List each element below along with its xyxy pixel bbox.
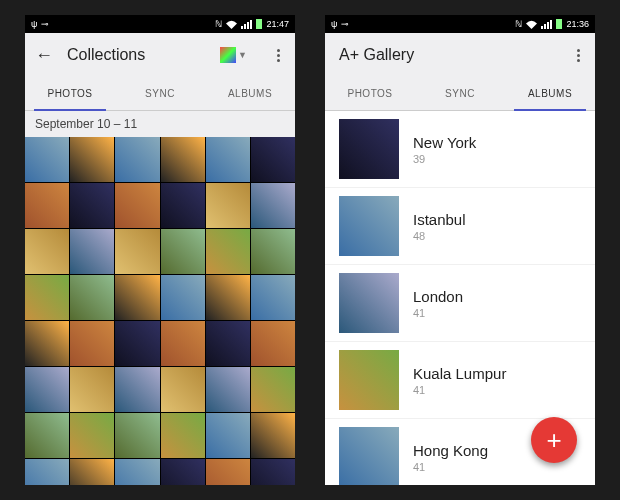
album-row[interactable]: New York39	[325, 111, 595, 188]
photo-thumb[interactable]	[70, 137, 114, 182]
photo-thumb[interactable]	[206, 275, 250, 320]
album-count: 41	[413, 384, 506, 396]
tab-sync[interactable]: SYNC	[415, 77, 505, 110]
album-thumb	[339, 350, 399, 410]
photo-thumb[interactable]	[25, 413, 69, 458]
status-right: ℕ 21:47	[215, 19, 289, 29]
tab-albums[interactable]: ALBUMS	[205, 77, 295, 110]
signal-icon	[241, 20, 252, 29]
tab-sync[interactable]: SYNC	[115, 77, 205, 110]
photo-thumb[interactable]	[206, 413, 250, 458]
battery-icon	[256, 19, 262, 29]
photo-thumb[interactable]	[251, 321, 295, 366]
phone-right: ψ ⊸ ℕ 21:36 A+ Gallery PHOTOS SYNC ALBUM…	[325, 15, 595, 485]
key-icon: ⊸	[41, 19, 49, 29]
photo-thumb[interactable]	[251, 183, 295, 228]
status-bar: ψ ⊸ ℕ 21:47	[25, 15, 295, 33]
album-info: New York39	[413, 134, 476, 165]
photo-thumb[interactable]	[161, 229, 205, 274]
photo-thumb[interactable]	[70, 413, 114, 458]
photo-thumb[interactable]	[25, 137, 69, 182]
photo-thumb[interactable]	[206, 459, 250, 485]
photo-thumb[interactable]	[251, 367, 295, 412]
wifi-icon	[226, 20, 237, 29]
fab-add-button[interactable]: +	[531, 417, 577, 463]
phone-left: ψ ⊸ ℕ 21:47 ← Collections ▼ PHOTOS SYNC …	[25, 15, 295, 485]
date-range-header: September 10 – 11	[25, 111, 295, 137]
tab-photos[interactable]: PHOTOS	[325, 77, 415, 110]
photo-thumb[interactable]	[115, 367, 159, 412]
photo-thumb[interactable]	[161, 321, 205, 366]
photo-thumb[interactable]	[25, 275, 69, 320]
photo-thumb[interactable]	[115, 183, 159, 228]
photo-thumb[interactable]	[161, 137, 205, 182]
photo-thumb[interactable]	[206, 229, 250, 274]
status-right: ℕ 21:36	[515, 19, 589, 29]
nfc-icon: ℕ	[215, 19, 222, 29]
status-bar: ψ ⊸ ℕ 21:36	[325, 15, 595, 33]
photo-thumb[interactable]	[115, 137, 159, 182]
status-time: 21:47	[266, 19, 289, 29]
photo-thumb[interactable]	[115, 229, 159, 274]
album-row[interactable]: London41	[325, 265, 595, 342]
photo-thumb[interactable]	[206, 137, 250, 182]
photo-thumb[interactable]	[25, 183, 69, 228]
photo-thumb[interactable]	[251, 459, 295, 485]
photo-thumb[interactable]	[25, 321, 69, 366]
photo-thumb[interactable]	[25, 459, 69, 485]
photo-thumb[interactable]	[70, 459, 114, 485]
photo-thumb[interactable]	[70, 183, 114, 228]
photo-thumb[interactable]	[251, 413, 295, 458]
more-menu-icon[interactable]	[571, 49, 585, 62]
wifi-icon	[526, 20, 537, 29]
photo-thumb[interactable]	[115, 459, 159, 485]
photo-thumb[interactable]	[251, 137, 295, 182]
photo-thumb[interactable]	[70, 275, 114, 320]
back-icon[interactable]: ←	[35, 45, 53, 66]
photo-thumb[interactable]	[161, 367, 205, 412]
app-title: A+ Gallery	[339, 46, 414, 64]
photo-thumb[interactable]	[115, 275, 159, 320]
photo-thumb[interactable]	[25, 367, 69, 412]
photo-thumb[interactable]	[161, 275, 205, 320]
album-count: 48	[413, 230, 466, 242]
photo-thumb[interactable]	[206, 367, 250, 412]
photo-thumb[interactable]	[70, 229, 114, 274]
album-thumb	[339, 119, 399, 179]
photo-grid[interactable]	[25, 137, 295, 485]
photo-thumb[interactable]	[70, 321, 114, 366]
album-thumb	[339, 196, 399, 256]
tabs: PHOTOS SYNC ALBUMS	[25, 77, 295, 111]
photo-thumb[interactable]	[251, 275, 295, 320]
photo-thumb[interactable]	[206, 321, 250, 366]
psi-icon: ψ	[31, 19, 37, 29]
photo-thumb[interactable]	[161, 183, 205, 228]
photo-thumb[interactable]	[161, 459, 205, 485]
tabs: PHOTOS SYNC ALBUMS	[325, 77, 595, 111]
photo-thumb[interactable]	[115, 413, 159, 458]
album-row[interactable]: Kuala Lumpur41	[325, 342, 595, 419]
photo-thumb[interactable]	[25, 229, 69, 274]
app-bar: A+ Gallery	[325, 33, 595, 77]
photo-thumb[interactable]	[70, 367, 114, 412]
album-info: London41	[413, 288, 463, 319]
album-thumb	[339, 273, 399, 333]
album-info: Hong Kong41	[413, 442, 488, 473]
photo-thumb[interactable]	[161, 413, 205, 458]
album-name: New York	[413, 134, 476, 151]
key-icon: ⊸	[341, 19, 349, 29]
album-row[interactable]: Istanbul48	[325, 188, 595, 265]
nfc-icon: ℕ	[515, 19, 522, 29]
tab-photos[interactable]: PHOTOS	[25, 77, 115, 110]
album-info: Kuala Lumpur41	[413, 365, 506, 396]
tab-albums[interactable]: ALBUMS	[505, 77, 595, 110]
more-menu-icon[interactable]	[271, 49, 285, 62]
photo-thumb[interactable]	[251, 229, 295, 274]
color-picker-button[interactable]: ▼	[220, 47, 247, 63]
photo-thumb[interactable]	[115, 321, 159, 366]
album-name: Kuala Lumpur	[413, 365, 506, 382]
color-swatch-icon	[220, 47, 236, 63]
album-name: London	[413, 288, 463, 305]
album-name: Hong Kong	[413, 442, 488, 459]
photo-thumb[interactable]	[206, 183, 250, 228]
